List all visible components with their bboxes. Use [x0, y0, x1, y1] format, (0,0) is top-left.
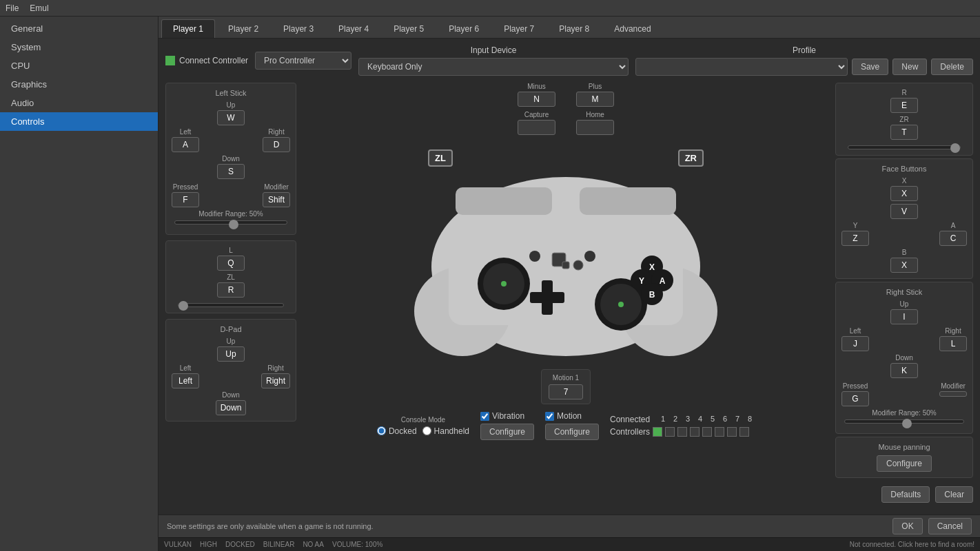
ls-pressed-label: Pressed: [173, 183, 198, 191]
handheld-radio[interactable]: [422, 426, 431, 435]
sidebar-item-cpu[interactable]: CPU: [0, 56, 158, 75]
mouse-panning-configure-button[interactable]: Configure: [877, 455, 932, 472]
motion-group: Motion 1 7: [541, 369, 591, 404]
rs-modifier-range-label: Modifier Range: 50%: [841, 409, 967, 417]
ok-button[interactable]: OK: [892, 518, 922, 534]
plus-key[interactable]: M: [576, 92, 614, 107]
handheld-radio-label[interactable]: Handheld: [422, 426, 469, 436]
rs-pressed-key[interactable]: G: [841, 391, 869, 406]
status-right[interactable]: Not connected. Click here to find a room…: [850, 541, 974, 548]
handheld-label: Handheld: [434, 426, 469, 436]
r-key[interactable]: E: [890, 98, 918, 113]
clear-button[interactable]: Clear: [935, 486, 973, 503]
minus-key[interactable]: N: [518, 92, 555, 107]
tab-player8[interactable]: Player 8: [547, 19, 601, 38]
zr-key[interactable]: T: [890, 125, 918, 140]
connect-checkbox[interactable]: [165, 56, 175, 65]
tab-advanced[interactable]: Advanced: [602, 19, 662, 38]
menu-file[interactable]: File: [6, 3, 19, 13]
dpad-left-key[interactable]: Left: [172, 373, 199, 388]
ctrl-cb-4[interactable]: [690, 427, 700, 437]
tab-player6[interactable]: Player 6: [437, 19, 491, 38]
docked-radio-label[interactable]: Docked: [377, 426, 417, 436]
tab-player5[interactable]: Player 5: [382, 19, 436, 38]
controller-type-select[interactable]: Pro Controller: [255, 52, 351, 70]
capture-key[interactable]: [518, 120, 555, 135]
vibration-check-label[interactable]: Vibration: [480, 411, 534, 421]
sidebar-item-general[interactable]: General: [0, 19, 158, 38]
bottom-row: Console Mode Docked Handheld: [377, 411, 755, 443]
controllers-label: Controllers: [610, 427, 650, 437]
menu-emul[interactable]: Emul: [30, 3, 48, 13]
svg-point-15: [529, 251, 540, 262]
docked-radio[interactable]: [377, 426, 386, 435]
svg-text:A: A: [660, 276, 666, 286]
rs-left-key[interactable]: J: [841, 336, 869, 351]
rs-down-key[interactable]: K: [890, 363, 918, 378]
ctrl-cb-5[interactable]: [702, 427, 712, 437]
center-buttons-row: Minus N Plus M: [518, 83, 614, 107]
l-buttons-group: L Q ZL R: [165, 240, 296, 313]
ls-up-key[interactable]: W: [217, 110, 245, 125]
rs-modifier-slider[interactable]: [844, 419, 964, 428]
rs-up-key[interactable]: I: [890, 309, 918, 324]
sidebar-item-audio[interactable]: Audio: [0, 94, 158, 112]
left-stick-title: Left Stick: [172, 89, 290, 97]
svg-text:Y: Y: [639, 276, 644, 286]
tab-player1[interactable]: Player 1: [161, 19, 215, 38]
ctrl-cb-6[interactable]: [715, 427, 724, 437]
motion-configure-button[interactable]: Configure: [545, 424, 599, 440]
tab-player2[interactable]: Player 2: [216, 19, 270, 38]
face-a-key[interactable]: C: [939, 231, 967, 246]
cancel-button[interactable]: Cancel: [928, 518, 972, 534]
input-device-label: Input Device: [358, 45, 629, 55]
dpad-right-key[interactable]: Right: [261, 373, 290, 388]
motion-checkbox[interactable]: [545, 412, 554, 421]
new-button[interactable]: New: [892, 59, 927, 75]
profile-select[interactable]: [635, 58, 848, 76]
face-x-label: X: [902, 177, 907, 185]
motion-check-label[interactable]: Motion: [545, 411, 599, 421]
ctrl-cb-8[interactable]: [739, 427, 749, 437]
ctrl-cb-1[interactable]: [653, 427, 662, 437]
ls-pressed-key[interactable]: F: [172, 192, 199, 207]
vibration-checkbox[interactable]: [480, 412, 489, 421]
defaults-button[interactable]: Defaults: [881, 486, 930, 503]
tab-player7[interactable]: Player 7: [492, 19, 546, 38]
face-y-key[interactable]: Z: [841, 231, 869, 246]
rs-right-key[interactable]: L: [939, 336, 967, 351]
save-button[interactable]: Save: [852, 59, 888, 75]
tab-player3[interactable]: Player 3: [272, 19, 325, 38]
vibration-configure-button[interactable]: Configure: [480, 424, 534, 440]
ls-right-key[interactable]: D: [263, 137, 290, 152]
delete-button[interactable]: Delete: [931, 59, 973, 75]
sidebar-item-graphics[interactable]: Graphics: [0, 75, 158, 94]
ctrl-cb-2[interactable]: [665, 427, 675, 437]
connected-nums-row: Connected 1 2 3 4 5 6 7 8: [610, 415, 755, 424]
ls-down-key[interactable]: S: [217, 164, 245, 179]
svg-text:X: X: [649, 262, 655, 272]
ls-modifier-slider[interactable]: [174, 220, 287, 229]
zl-key[interactable]: R: [217, 282, 245, 298]
face-x-key[interactable]: X: [890, 186, 918, 201]
input-device-select[interactable]: Keyboard Only: [358, 58, 629, 76]
face-buttons-group: Face Buttons X X V Y: [835, 158, 973, 279]
sidebar-item-controls[interactable]: Controls: [0, 112, 158, 131]
ctrl-cb-7[interactable]: [727, 427, 737, 437]
dpad-up-key[interactable]: Up: [217, 346, 245, 362]
face-b-key[interactable]: X: [890, 258, 918, 273]
sidebar-item-system[interactable]: System: [0, 38, 158, 56]
l-key[interactable]: Q: [217, 256, 245, 271]
cnum-4: 4: [695, 415, 705, 424]
tab-player4[interactable]: Player 4: [327, 19, 380, 38]
motion-key[interactable]: 7: [549, 384, 583, 399]
ls-modifier-key[interactable]: Shift: [263, 192, 290, 207]
cnum-1: 1: [658, 415, 668, 424]
ls-left-key[interactable]: A: [172, 137, 199, 152]
dpad-down-key[interactable]: Down: [216, 400, 247, 415]
zr-badge-label: ZR: [678, 153, 704, 163]
rs-modifier-key[interactable]: [939, 391, 967, 397]
face-v-key[interactable]: V: [890, 204, 918, 219]
ctrl-cb-3[interactable]: [677, 427, 687, 437]
home-key[interactable]: [576, 120, 614, 135]
